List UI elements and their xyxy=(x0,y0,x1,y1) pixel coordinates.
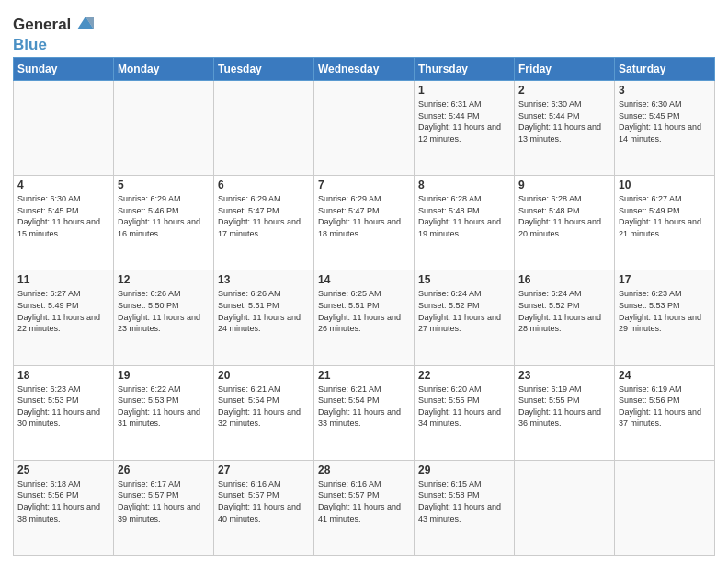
week-row-5: 25Sunrise: 6:18 AMSunset: 5:56 PMDayligh… xyxy=(14,460,715,555)
day-info: Sunrise: 6:24 AMSunset: 5:52 PMDaylight:… xyxy=(418,288,510,334)
day-number: 3 xyxy=(619,84,711,97)
day-cell: 26Sunrise: 6:17 AMSunset: 5:57 PMDayligh… xyxy=(114,460,214,555)
day-info: Sunrise: 6:17 AMSunset: 5:57 PMDaylight:… xyxy=(118,478,210,524)
day-cell xyxy=(314,81,415,176)
day-info: Sunrise: 6:18 AMSunset: 5:56 PMDaylight:… xyxy=(17,478,109,524)
day-number: 27 xyxy=(218,464,310,477)
week-row-3: 11Sunrise: 6:27 AMSunset: 5:49 PMDayligh… xyxy=(14,270,715,365)
day-number: 12 xyxy=(118,273,210,286)
calendar-table: SundayMondayTuesdayWednesdayThursdayFrid… xyxy=(13,57,715,556)
day-info: Sunrise: 6:28 AMSunset: 5:48 PMDaylight:… xyxy=(418,193,510,239)
day-info: Sunrise: 6:21 AMSunset: 5:54 PMDaylight:… xyxy=(218,384,310,430)
day-info: Sunrise: 6:20 AMSunset: 5:55 PMDaylight:… xyxy=(418,384,510,430)
day-cell: 9Sunrise: 6:28 AMSunset: 5:48 PMDaylight… xyxy=(515,176,615,270)
day-cell: 14Sunrise: 6:25 AMSunset: 5:51 PMDayligh… xyxy=(314,270,415,365)
day-info: Sunrise: 6:29 AMSunset: 5:46 PMDaylight:… xyxy=(118,193,210,239)
day-info: Sunrise: 6:28 AMSunset: 5:48 PMDaylight:… xyxy=(518,193,610,239)
day-number: 2 xyxy=(518,84,610,97)
day-cell: 29Sunrise: 6:15 AMSunset: 5:58 PMDayligh… xyxy=(415,460,515,555)
days-header-row: SundayMondayTuesdayWednesdayThursdayFrid… xyxy=(14,58,715,81)
day-number: 19 xyxy=(118,369,210,382)
day-info: Sunrise: 6:29 AMSunset: 5:47 PMDaylight:… xyxy=(318,193,410,239)
day-number: 28 xyxy=(318,464,410,477)
day-info: Sunrise: 6:16 AMSunset: 5:57 PMDaylight:… xyxy=(318,478,410,524)
day-number: 23 xyxy=(518,369,610,382)
day-info: Sunrise: 6:19 AMSunset: 5:56 PMDaylight:… xyxy=(619,384,711,430)
day-cell: 11Sunrise: 6:27 AMSunset: 5:49 PMDayligh… xyxy=(14,270,114,365)
day-info: Sunrise: 6:26 AMSunset: 5:50 PMDaylight:… xyxy=(118,288,210,334)
day-number: 9 xyxy=(518,178,610,191)
logo-icon xyxy=(75,13,96,33)
day-number: 7 xyxy=(318,178,410,191)
day-cell: 19Sunrise: 6:22 AMSunset: 5:53 PMDayligh… xyxy=(114,365,214,460)
day-number: 25 xyxy=(17,464,109,477)
day-number: 13 xyxy=(218,273,310,286)
day-info: Sunrise: 6:23 AMSunset: 5:53 PMDaylight:… xyxy=(619,288,711,334)
day-cell: 8Sunrise: 6:28 AMSunset: 5:48 PMDaylight… xyxy=(415,176,515,270)
day-cell: 22Sunrise: 6:20 AMSunset: 5:55 PMDayligh… xyxy=(415,365,515,460)
day-info: Sunrise: 6:26 AMSunset: 5:51 PMDaylight:… xyxy=(218,288,310,334)
day-number: 14 xyxy=(318,273,410,286)
day-cell xyxy=(14,81,114,176)
day-info: Sunrise: 6:27 AMSunset: 5:49 PMDaylight:… xyxy=(17,288,109,334)
day-cell: 20Sunrise: 6:21 AMSunset: 5:54 PMDayligh… xyxy=(214,365,314,460)
calendar-page: General Blue SundayMondayTuesdayWednesda… xyxy=(0,0,728,563)
day-number: 17 xyxy=(619,273,711,286)
day-cell: 3Sunrise: 6:30 AMSunset: 5:45 PMDaylight… xyxy=(615,81,715,176)
logo-line2: Blue xyxy=(13,36,96,54)
day-cell: 15Sunrise: 6:24 AMSunset: 5:52 PMDayligh… xyxy=(415,270,515,365)
day-cell: 4Sunrise: 6:30 AMSunset: 5:45 PMDaylight… xyxy=(14,176,114,270)
day-number: 26 xyxy=(118,464,210,477)
day-cell xyxy=(114,81,214,176)
col-header-tuesday: Tuesday xyxy=(214,58,314,81)
day-info: Sunrise: 6:31 AMSunset: 5:44 PMDaylight:… xyxy=(418,98,510,144)
day-number: 11 xyxy=(17,273,109,286)
day-info: Sunrise: 6:19 AMSunset: 5:55 PMDaylight:… xyxy=(518,384,610,430)
day-info: Sunrise: 6:30 AMSunset: 5:45 PMDaylight:… xyxy=(17,193,109,239)
day-cell xyxy=(615,460,715,555)
col-header-sunday: Sunday xyxy=(14,58,114,81)
day-info: Sunrise: 6:30 AMSunset: 5:45 PMDaylight:… xyxy=(619,98,711,144)
day-cell: 2Sunrise: 6:30 AMSunset: 5:44 PMDaylight… xyxy=(515,81,615,176)
day-info: Sunrise: 6:25 AMSunset: 5:51 PMDaylight:… xyxy=(318,288,410,334)
day-cell: 23Sunrise: 6:19 AMSunset: 5:55 PMDayligh… xyxy=(515,365,615,460)
day-number: 29 xyxy=(418,464,510,477)
day-cell: 5Sunrise: 6:29 AMSunset: 5:46 PMDaylight… xyxy=(114,176,214,270)
day-info: Sunrise: 6:30 AMSunset: 5:44 PMDaylight:… xyxy=(518,98,610,144)
day-cell: 13Sunrise: 6:26 AMSunset: 5:51 PMDayligh… xyxy=(214,270,314,365)
day-info: Sunrise: 6:22 AMSunset: 5:53 PMDaylight:… xyxy=(118,384,210,430)
day-info: Sunrise: 6:24 AMSunset: 5:52 PMDaylight:… xyxy=(518,288,610,334)
day-info: Sunrise: 6:21 AMSunset: 5:54 PMDaylight:… xyxy=(318,384,410,430)
day-cell: 21Sunrise: 6:21 AMSunset: 5:54 PMDayligh… xyxy=(314,365,415,460)
day-number: 1 xyxy=(418,84,510,97)
col-header-saturday: Saturday xyxy=(615,58,715,81)
day-number: 16 xyxy=(518,273,610,286)
day-cell: 6Sunrise: 6:29 AMSunset: 5:47 PMDaylight… xyxy=(214,176,314,270)
day-number: 20 xyxy=(218,369,310,382)
day-number: 24 xyxy=(619,369,711,382)
day-number: 22 xyxy=(418,369,510,382)
day-info: Sunrise: 6:16 AMSunset: 5:57 PMDaylight:… xyxy=(218,478,310,524)
day-cell: 18Sunrise: 6:23 AMSunset: 5:53 PMDayligh… xyxy=(14,365,114,460)
day-cell: 28Sunrise: 6:16 AMSunset: 5:57 PMDayligh… xyxy=(314,460,415,555)
col-header-friday: Friday xyxy=(515,58,615,81)
day-number: 6 xyxy=(218,178,310,191)
col-header-thursday: Thursday xyxy=(415,58,515,81)
week-row-2: 4Sunrise: 6:30 AMSunset: 5:45 PMDaylight… xyxy=(14,176,715,270)
day-cell: 7Sunrise: 6:29 AMSunset: 5:47 PMDaylight… xyxy=(314,176,415,270)
col-header-wednesday: Wednesday xyxy=(314,58,415,81)
header: General Blue xyxy=(13,9,715,53)
day-cell: 10Sunrise: 6:27 AMSunset: 5:49 PMDayligh… xyxy=(615,176,715,270)
day-cell: 25Sunrise: 6:18 AMSunset: 5:56 PMDayligh… xyxy=(14,460,114,555)
day-cell xyxy=(515,460,615,555)
day-number: 5 xyxy=(118,178,210,191)
day-info: Sunrise: 6:15 AMSunset: 5:58 PMDaylight:… xyxy=(418,478,510,524)
day-number: 10 xyxy=(619,178,711,191)
day-number: 21 xyxy=(318,369,410,382)
day-cell: 27Sunrise: 6:16 AMSunset: 5:57 PMDayligh… xyxy=(214,460,314,555)
week-row-4: 18Sunrise: 6:23 AMSunset: 5:53 PMDayligh… xyxy=(14,365,715,460)
logo-line1: General xyxy=(13,13,96,38)
day-info: Sunrise: 6:29 AMSunset: 5:47 PMDaylight:… xyxy=(218,193,310,239)
day-number: 4 xyxy=(17,178,109,191)
day-cell: 24Sunrise: 6:19 AMSunset: 5:56 PMDayligh… xyxy=(615,365,715,460)
